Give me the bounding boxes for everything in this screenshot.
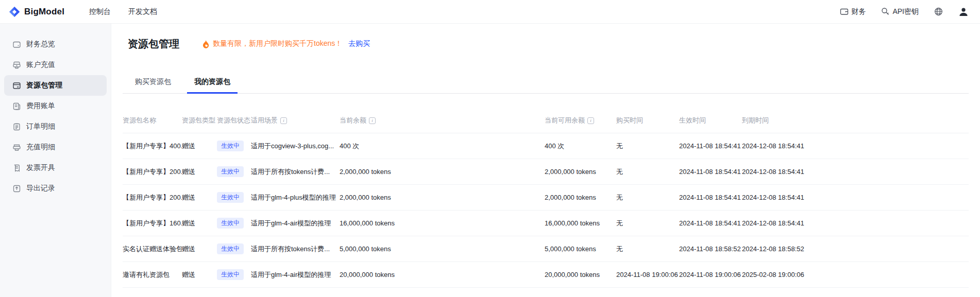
finance-label: 财务 xyxy=(851,7,866,16)
cell-expire-time: 2024-12-08 18:54:41 xyxy=(742,219,969,227)
sidebar-label: 资源包管理 xyxy=(26,81,62,90)
language-switch[interactable] xyxy=(934,7,943,16)
sidebar-label: 账户充值 xyxy=(26,60,55,69)
cell-balance: 16,000,000 tokens xyxy=(340,219,545,227)
cell-balance: 20,000,000 tokens xyxy=(340,271,545,278)
api-keys-label: API密钥 xyxy=(892,7,919,16)
cell-package-status: 生效中 xyxy=(217,192,251,202)
main-content: 资源包管理 数量有限，新用户限时购买千万tokens！ 去购买 购买资源包 我的… xyxy=(111,24,980,297)
cell-package-status: 生效中 xyxy=(217,243,251,254)
cell-effective-time: 2024-11-08 18:54:41 xyxy=(679,168,742,176)
tab-my-packages[interactable]: 我的资源包 xyxy=(187,77,238,93)
invoice-icon xyxy=(12,164,21,172)
cell-effective-time: 2024-11-08 19:00:06 xyxy=(679,271,742,278)
brand-name: BigModel xyxy=(24,7,64,17)
cell-expire-time: 2024-12-08 18:54:41 xyxy=(742,194,969,201)
table-row: 【新用户专享】200... 赠送 生效中 适用于所有按tokens计费... 2… xyxy=(123,159,969,185)
cell-buy-time: 2024-11-08 19:00:06 xyxy=(616,271,679,278)
col-available-balance: 当前可用余额i xyxy=(545,116,616,125)
cell-effective-time: 2024-11-08 18:54:41 xyxy=(679,142,742,150)
cell-available: 2,000,000 tokens xyxy=(545,168,616,176)
cell-effective-time: 2024-11-08 18:54:41 xyxy=(679,219,742,227)
cell-expire-time: 2025-02-08 19:00:06 xyxy=(742,271,969,278)
cell-buy-time: 无 xyxy=(616,244,679,254)
promo-notice: 数量有限，新用户限时购买千万tokens！ 去购买 xyxy=(202,39,370,48)
cell-package-name: 【新用户专享】160... xyxy=(123,219,182,228)
tab-bar: 购买资源包 我的资源包 xyxy=(123,77,969,94)
cell-expire-time: 2024-12-08 18:58:52 xyxy=(742,245,969,253)
col-scene: 适用场景i xyxy=(251,116,340,125)
status-badge: 生效中 xyxy=(217,218,244,228)
sidebar-item-resource-packages[interactable]: 资源包管理 xyxy=(4,75,107,96)
cell-package-name: 实名认证赠送体验包... xyxy=(123,244,182,254)
sidebar: 财务总览 账户充值 资源包管理 费用账单 订单明细 xyxy=(0,24,111,297)
col-package-name: 资源包名称 xyxy=(123,116,182,125)
cell-scene: 适用于glm-4-air模型的推理 xyxy=(251,270,340,279)
cell-package-type: 赠送 xyxy=(182,193,217,202)
cell-buy-time: 无 xyxy=(616,219,679,228)
sidebar-item-recharge-details[interactable]: 充值明细 xyxy=(4,137,107,158)
status-badge: 生效中 xyxy=(217,269,244,279)
export-icon xyxy=(12,184,21,193)
cell-buy-time: 无 xyxy=(616,193,679,202)
topbar-right: 财务 API密钥 xyxy=(840,7,969,17)
cell-package-type: 赠送 xyxy=(182,167,217,177)
cell-scene: 适用于所有按tokens计费... xyxy=(251,244,340,254)
col-buy-time: 购买时间 xyxy=(616,116,679,125)
package-icon xyxy=(12,81,21,90)
cell-available: 20,000,000 tokens xyxy=(545,271,616,278)
tab-buy-packages[interactable]: 购买资源包 xyxy=(128,77,178,93)
wallet-overview-icon xyxy=(12,40,21,49)
cell-package-name: 【新用户专享】200... xyxy=(123,167,182,177)
key-icon xyxy=(881,7,890,16)
brand-logo[interactable]: BigModel xyxy=(9,6,64,18)
user-avatar[interactable] xyxy=(958,7,969,17)
cell-package-type: 赠送 xyxy=(182,219,217,228)
topbar: BigModel 控制台 开发文档 财务 API密钥 xyxy=(0,0,980,24)
cell-effective-time: 2024-11-08 18:58:52 xyxy=(679,245,742,253)
info-icon[interactable]: i xyxy=(369,117,376,124)
cell-expire-time: 2024-12-08 18:54:41 xyxy=(742,142,969,150)
recharge-icon xyxy=(12,61,21,69)
cell-available: 2,000,000 tokens xyxy=(545,194,616,201)
table-row: 【新用户专享】400... 赠送 生效中 适用于cogview-3-plus,c… xyxy=(123,133,969,159)
api-keys-link[interactable]: API密钥 xyxy=(881,7,919,16)
cell-package-status: 生效中 xyxy=(217,218,251,228)
table-header: 资源包名称 资源包类型 资源包状态 适用场景i 当前余额i 当前可用余额i 购买… xyxy=(123,94,969,133)
sidebar-label: 导出记录 xyxy=(26,184,55,193)
cell-package-status: 生效中 xyxy=(217,141,251,151)
clipboard-icon xyxy=(12,123,21,131)
nav-docs[interactable]: 开发文档 xyxy=(128,7,157,16)
cell-package-name: 【新用户专享】400... xyxy=(123,142,182,151)
table-row: 实名认证赠送体验包... 赠送 生效中 适用于所有按tokens计费... 5,… xyxy=(123,236,969,262)
cell-expire-time: 2024-12-08 18:54:41 xyxy=(742,168,969,176)
col-package-status: 资源包状态 xyxy=(217,116,251,125)
cell-balance: 2,000,000 tokens xyxy=(340,168,545,176)
sidebar-item-expense-bills[interactable]: 费用账单 xyxy=(4,96,107,116)
cell-scene: 适用于所有按tokens计费... xyxy=(251,167,340,177)
cell-effective-time: 2024-11-08 18:54:41 xyxy=(679,194,742,201)
cell-scene: 适用于glm-4-plus模型的推理 xyxy=(251,193,340,202)
col-effective-time: 生效时间 xyxy=(679,116,742,125)
sidebar-item-finance-overview[interactable]: 财务总览 xyxy=(4,34,107,55)
info-icon[interactable]: i xyxy=(587,117,594,124)
sidebar-item-order-details[interactable]: 订单明细 xyxy=(4,116,107,137)
cell-package-status: 生效中 xyxy=(217,269,251,279)
cell-balance: 400 次 xyxy=(340,142,545,151)
info-icon[interactable]: i xyxy=(280,117,287,124)
sidebar-item-invoicing[interactable]: 发票开具 xyxy=(4,158,107,178)
sidebar-label: 财务总览 xyxy=(26,40,55,49)
nav-console[interactable]: 控制台 xyxy=(89,7,111,16)
cell-package-type: 赠送 xyxy=(182,142,217,151)
buy-now-link[interactable]: 去购买 xyxy=(348,39,370,48)
finance-link[interactable]: 财务 xyxy=(840,7,866,16)
col-package-type: 资源包类型 xyxy=(182,116,217,125)
sidebar-item-export-records[interactable]: 导出记录 xyxy=(4,178,107,199)
sidebar-label: 充值明细 xyxy=(26,143,55,152)
sidebar-label: 发票开具 xyxy=(26,163,55,172)
bigmodel-logo-icon xyxy=(9,6,20,18)
sidebar-item-account-recharge[interactable]: 账户充值 xyxy=(4,55,107,75)
cell-scene: 适用于glm-4-air模型的推理 xyxy=(251,219,340,228)
cell-available: 400 次 xyxy=(545,142,616,151)
table-row: 【新用户专享】160... 赠送 生效中 适用于glm-4-air模型的推理 1… xyxy=(123,211,969,236)
